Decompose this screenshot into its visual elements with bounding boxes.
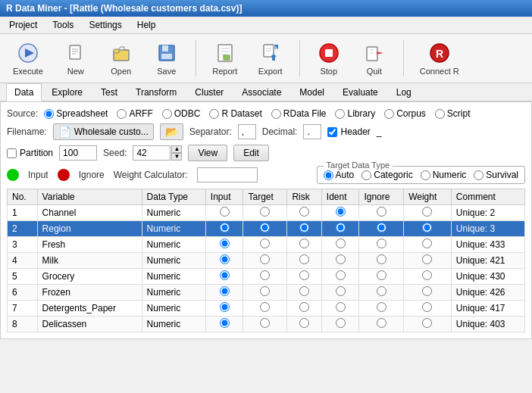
cell-ident[interactable] bbox=[321, 301, 359, 317]
separator-input[interactable] bbox=[238, 124, 256, 139]
table-row[interactable]: 3FreshNumericUnique: 433 bbox=[8, 237, 525, 253]
cell-ident[interactable] bbox=[321, 317, 359, 332]
edit-button[interactable]: Edit bbox=[233, 145, 269, 161]
cell-target[interactable] bbox=[243, 301, 287, 317]
partition-checkbox[interactable] bbox=[7, 148, 17, 158]
menu-help[interactable]: Help bbox=[134, 18, 159, 32]
menu-settings[interactable]: Settings bbox=[86, 18, 124, 32]
target-auto[interactable]: Auto bbox=[324, 170, 355, 180]
menu-project[interactable]: Project bbox=[6, 18, 40, 32]
tab-explore[interactable]: Explore bbox=[43, 83, 91, 101]
table-row[interactable]: 7Detergents_PaperNumericUnique: 417 bbox=[8, 301, 525, 317]
decimal-input[interactable] bbox=[303, 124, 321, 139]
cell-ignore[interactable] bbox=[359, 205, 404, 221]
cell-weight[interactable] bbox=[404, 237, 452, 253]
cell-weight[interactable] bbox=[404, 221, 452, 237]
open-button[interactable]: Open bbox=[102, 37, 141, 80]
cell-ident[interactable] bbox=[321, 285, 359, 301]
source-script[interactable]: Script bbox=[435, 108, 471, 119]
browse-button[interactable]: 📂 bbox=[160, 123, 183, 140]
tab-data[interactable]: Data bbox=[6, 83, 42, 101]
header-checkbox-label[interactable]: Header bbox=[327, 126, 370, 137]
cell-target[interactable] bbox=[243, 317, 287, 332]
cell-risk[interactable] bbox=[287, 285, 321, 301]
cell-target[interactable] bbox=[243, 269, 287, 285]
cell-ignore[interactable] bbox=[359, 221, 404, 237]
cell-target[interactable] bbox=[243, 205, 287, 221]
report-button[interactable]: Report bbox=[205, 37, 245, 80]
source-arff[interactable]: ARFF bbox=[117, 108, 152, 119]
cell-target[interactable] bbox=[243, 285, 287, 301]
quit-button[interactable]: Quit bbox=[355, 37, 394, 80]
cell-weight[interactable] bbox=[404, 301, 452, 317]
cell-risk[interactable] bbox=[287, 269, 321, 285]
target-survival[interactable]: Survival bbox=[474, 170, 518, 180]
cell-target[interactable] bbox=[243, 237, 287, 253]
cell-input[interactable] bbox=[205, 301, 243, 317]
tab-evaluate[interactable]: Evaluate bbox=[334, 83, 386, 101]
save-button[interactable]: Save bbox=[147, 37, 186, 80]
source-odbc[interactable]: ODBC bbox=[162, 108, 201, 119]
source-spreadsheet[interactable]: Spreadsheet bbox=[44, 108, 108, 119]
table-row[interactable]: 2RegionNumericUnique: 3 bbox=[8, 221, 525, 237]
cell-ident[interactable] bbox=[321, 205, 359, 221]
tab-cluster[interactable]: Cluster bbox=[186, 83, 232, 101]
connect-r-button[interactable]: R Connect R bbox=[413, 37, 466, 80]
cell-ignore[interactable] bbox=[359, 285, 404, 301]
view-button[interactable]: View bbox=[188, 145, 227, 161]
header-checkbox[interactable] bbox=[327, 127, 337, 137]
seed-up-button[interactable]: ▲ bbox=[171, 145, 182, 153]
execute-button[interactable]: Execute bbox=[6, 37, 50, 80]
source-rdatafile[interactable]: RData File bbox=[271, 108, 327, 119]
source-corpus[interactable]: Corpus bbox=[384, 108, 426, 119]
source-rdataset[interactable]: R Dataset bbox=[209, 108, 261, 119]
new-button[interactable]: New bbox=[56, 37, 95, 80]
cell-weight[interactable] bbox=[404, 205, 452, 221]
cell-weight[interactable] bbox=[404, 317, 452, 332]
seed-down-button[interactable]: ▼ bbox=[171, 153, 182, 161]
cell-target[interactable] bbox=[243, 221, 287, 237]
source-library[interactable]: Library bbox=[335, 108, 375, 119]
tab-test[interactable]: Test bbox=[92, 83, 126, 101]
export-button[interactable]: Export bbox=[251, 37, 290, 80]
cell-ignore[interactable] bbox=[359, 317, 404, 332]
target-categoric[interactable]: Categoric bbox=[361, 170, 412, 180]
menu-tools[interactable]: Tools bbox=[49, 18, 77, 32]
cell-weight[interactable] bbox=[404, 253, 452, 269]
partition-checkbox-label[interactable]: Partition bbox=[7, 148, 53, 158]
partition-value[interactable] bbox=[59, 145, 97, 161]
cell-ignore[interactable] bbox=[359, 269, 404, 285]
cell-input[interactable] bbox=[205, 317, 243, 332]
weight-calculator-input[interactable] bbox=[197, 167, 258, 182]
cell-ident[interactable] bbox=[321, 269, 359, 285]
cell-ignore[interactable] bbox=[359, 301, 404, 317]
cell-ident[interactable] bbox=[321, 221, 359, 237]
table-row[interactable]: 8DelicassenNumericUnique: 403 bbox=[8, 317, 525, 332]
cell-risk[interactable] bbox=[287, 237, 321, 253]
cell-weight[interactable] bbox=[404, 285, 452, 301]
table-row[interactable]: 4MilkNumericUnique: 421 bbox=[8, 253, 525, 269]
tab-associate[interactable]: Associate bbox=[233, 83, 289, 101]
cell-input[interactable] bbox=[205, 285, 243, 301]
cell-risk[interactable] bbox=[287, 205, 321, 221]
cell-ignore[interactable] bbox=[359, 237, 404, 253]
cell-risk[interactable] bbox=[287, 253, 321, 269]
cell-input[interactable] bbox=[205, 269, 243, 285]
target-numeric[interactable]: Numeric bbox=[421, 170, 467, 180]
cell-input[interactable] bbox=[205, 205, 243, 221]
filename-button[interactable]: 📄 Wholesale custo... bbox=[53, 123, 154, 140]
cell-input[interactable] bbox=[205, 253, 243, 269]
table-row[interactable]: 1ChannelNumericUnique: 2 bbox=[8, 205, 525, 221]
tab-transform[interactable]: Transform bbox=[127, 83, 185, 101]
cell-risk[interactable] bbox=[287, 221, 321, 237]
cell-target[interactable] bbox=[243, 253, 287, 269]
tab-model[interactable]: Model bbox=[291, 83, 333, 101]
cell-ident[interactable] bbox=[321, 253, 359, 269]
cell-risk[interactable] bbox=[287, 301, 321, 317]
cell-input[interactable] bbox=[205, 221, 243, 237]
cell-input[interactable] bbox=[205, 237, 243, 253]
table-row[interactable]: 6FrozenNumericUnique: 426 bbox=[8, 285, 525, 301]
seed-input[interactable] bbox=[133, 145, 171, 161]
table-row[interactable]: 5GroceryNumericUnique: 430 bbox=[8, 269, 525, 285]
cell-risk[interactable] bbox=[287, 317, 321, 332]
